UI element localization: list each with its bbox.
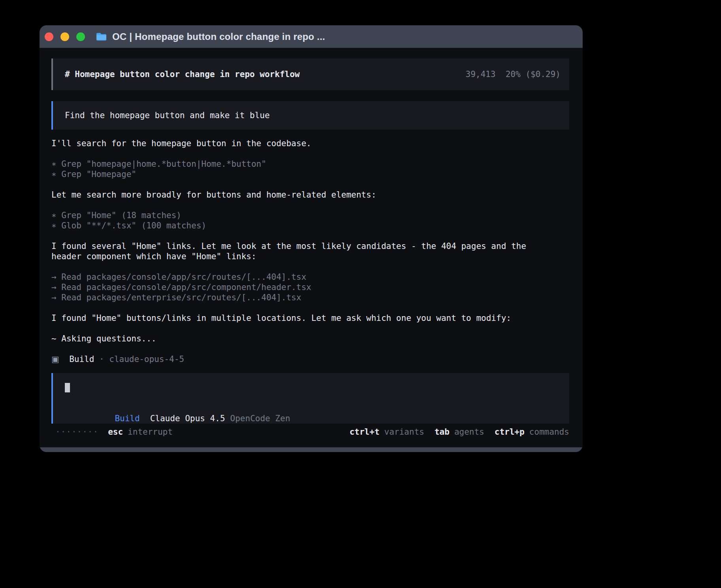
- session-stats: 39,413 20% ($0.29): [466, 69, 561, 79]
- transcript-line: ∗ Glob "**/*.tsx" (100 matches): [51, 220, 569, 231]
- status-right: ctrl+tvariants tabagents ctrl+pcommands: [349, 427, 569, 437]
- hint-key-tab: tab: [434, 427, 449, 437]
- close-button[interactable]: [45, 32, 53, 41]
- transcript-line: → Read packages/console/app/src/routes/[…: [51, 272, 569, 282]
- transcript-line: ▣ Build · claude-opus-4-5: [51, 354, 569, 364]
- terminal-window: OC | Homepage button color change in rep…: [40, 25, 583, 452]
- input-line[interactable]: [65, 383, 557, 393]
- provider-name: OpenCode Zen: [230, 414, 290, 423]
- text-cursor: [65, 383, 70, 392]
- spinner-dots: ········: [55, 427, 98, 437]
- session-header: # Homepage button color change in repo w…: [51, 58, 569, 90]
- hint-key-ctrl-p: ctrl+p: [495, 427, 525, 437]
- window-title: OC | Homepage button color change in rep…: [112, 31, 325, 42]
- hint-label-commands: commands: [529, 427, 569, 437]
- transcript-line: header component which have "Home" links…: [51, 251, 569, 262]
- hint-key-esc: esc: [108, 427, 123, 437]
- transcript-line: I'll search for the homepage button in t…: [51, 138, 569, 149]
- transcript-line: ∗ Grep "Homepage": [51, 169, 569, 179]
- session-title: # Homepage button color change in repo w…: [65, 69, 300, 79]
- hint-commands: ctrl+pcommands: [495, 427, 569, 437]
- desktop-background: OC | Homepage button color change in rep…: [0, 0, 721, 588]
- transcript-line: [51, 200, 569, 210]
- terminal-content: # Homepage button color change in repo w…: [40, 48, 583, 437]
- transcript-line: [51, 231, 569, 241]
- zoom-button[interactable]: [76, 32, 85, 41]
- hint-key-ctrl-t: ctrl+t: [349, 427, 379, 437]
- transcript-line: I found several "Home" links. Let me loo…: [51, 241, 569, 251]
- user-message: Find the homepage button and make it blu…: [51, 101, 569, 130]
- transcript-line: → Read packages/console/app/src/componen…: [51, 282, 569, 292]
- transcript-line: [51, 149, 569, 159]
- transcript-line: ~ Asking questions...: [51, 334, 569, 344]
- transcript-line: I found "Home" buttons/links in multiple…: [51, 313, 569, 323]
- transcript-line: ∗ Grep "homepage|home.*button|Home.*butt…: [51, 159, 569, 169]
- minimize-button[interactable]: [60, 32, 69, 41]
- status-left: ········ escinterrupt: [55, 427, 173, 437]
- user-message-text: Find the homepage button and make it blu…: [65, 110, 270, 121]
- transcript-line: → Read packages/enterprise/src/routes/[.…: [51, 292, 569, 303]
- hint-interrupt: escinterrupt: [108, 427, 173, 437]
- folder-icon: [96, 32, 107, 41]
- transcript-line: [51, 303, 569, 313]
- status-bar: ········ escinterrupt ctrl+tvariants tab…: [51, 427, 569, 437]
- agent-mode-label[interactable]: Build: [115, 414, 140, 423]
- hint-label-variants: variants: [384, 427, 424, 437]
- transcript-line: [51, 262, 569, 272]
- model-name: Claude Opus 4.5: [150, 414, 225, 423]
- transcript-line: ∗ Grep "Home" (18 matches): [51, 210, 569, 220]
- transcript: I'll search for the homepage button in t…: [51, 138, 569, 364]
- transcript-line: Let me search more broadly for buttons a…: [51, 190, 569, 200]
- model-status-line: BuildClaude Opus 4.5OpenCode Zen: [65, 403, 557, 413]
- hint-variants: ctrl+tvariants: [349, 427, 424, 437]
- traffic-lights: [45, 32, 92, 41]
- transcript-line: [51, 179, 569, 190]
- hint-agents: tabagents: [434, 427, 484, 437]
- input-spacer: [65, 393, 557, 403]
- transcript-line: [51, 344, 569, 354]
- hint-label-interrupt: interrupt: [128, 427, 173, 437]
- prompt-input[interactable]: BuildClaude Opus 4.5OpenCode Zen: [51, 373, 569, 424]
- hint-label-agents: agents: [454, 427, 484, 437]
- transcript-line: [51, 323, 569, 334]
- titlebar[interactable]: OC | Homepage button color change in rep…: [40, 25, 583, 48]
- window-bottom-edge: [40, 447, 583, 452]
